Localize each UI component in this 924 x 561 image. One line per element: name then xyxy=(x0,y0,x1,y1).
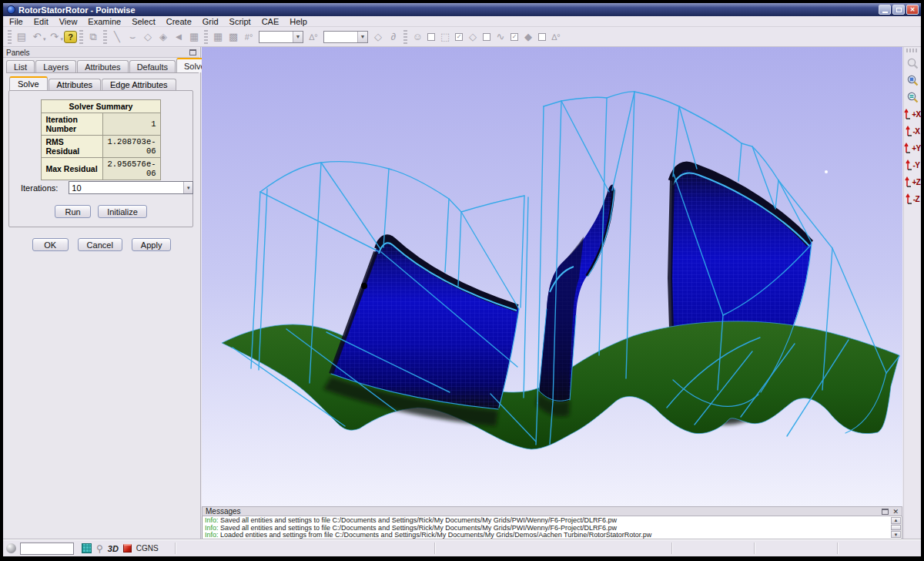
angle-icon[interactable]: ∆° xyxy=(306,29,321,45)
connector-wave-icon[interactable]: ∿ xyxy=(493,29,508,45)
dimension-icon[interactable]: #° xyxy=(241,29,256,45)
close-icon[interactable]: ✕ xyxy=(892,508,899,516)
view-minus-x-button[interactable]: -X xyxy=(904,123,921,139)
domain-icon[interactable]: ◇ xyxy=(465,29,480,45)
show-connectors-checkbox[interactable] xyxy=(483,33,490,41)
rms-residual-label: RMS Residual xyxy=(42,136,103,158)
toolbar-grip[interactable] xyxy=(79,30,83,44)
save-icon[interactable]: ▤ xyxy=(14,29,29,45)
zoom-out-icon[interactable] xyxy=(905,55,921,72)
show-blocks-checkbox[interactable] xyxy=(427,33,435,41)
domain-mesh-icon[interactable]: ◈ xyxy=(156,29,171,45)
shade-mask-icon[interactable]: ☺ xyxy=(410,29,425,45)
view-plus-x-button[interactable]: +X xyxy=(904,106,921,123)
connector-line-icon[interactable]: ╲ xyxy=(109,29,125,45)
status-entry-field[interactable] xyxy=(20,543,74,555)
menu-edit[interactable]: Edit xyxy=(34,17,49,26)
angle-combo[interactable]: ▼ xyxy=(323,31,368,43)
domain-icon[interactable]: ◇ xyxy=(140,29,156,45)
subtab-attributes[interactable]: Attributes xyxy=(49,79,101,90)
toolbar-grip[interactable] xyxy=(8,30,12,44)
view-plus-z-button[interactable]: +Z xyxy=(904,174,921,190)
redo-icon[interactable]: ↷ xyxy=(47,29,62,45)
tab-list[interactable]: List xyxy=(6,60,35,72)
minimize-button[interactable] xyxy=(879,5,891,15)
close-button[interactable]: ✕ xyxy=(906,5,919,15)
toolbar-grip[interactable] xyxy=(204,30,208,44)
scroll-down-icon[interactable]: ▼ xyxy=(891,531,901,538)
annotation-icon[interactable]: ∆° xyxy=(548,29,564,45)
float-panel-icon[interactable] xyxy=(189,49,196,55)
panels-caption[interactable]: Panels xyxy=(3,48,199,58)
menu-cae[interactable]: CAE xyxy=(262,17,280,26)
toolbar-grip[interactable] xyxy=(103,30,107,44)
view-minus-y-button[interactable]: -Y xyxy=(904,157,921,173)
menu-file[interactable]: File xyxy=(9,17,23,26)
scrollbar-thumb[interactable] xyxy=(891,525,901,530)
menu-examine[interactable]: Examine xyxy=(88,17,121,26)
messages-scrollbar[interactable]: ▲ ▼ xyxy=(891,517,901,538)
tab-layers[interactable]: Layers xyxy=(35,60,76,72)
block-solid-icon[interactable]: ⬚ xyxy=(437,29,453,45)
iterations-stepper[interactable]: ▾ xyxy=(69,181,193,194)
grid-mesh-icon[interactable]: ▩ xyxy=(226,29,241,45)
scroll-up-icon[interactable]: ▲ xyxy=(891,517,901,524)
viewport-canvas[interactable] xyxy=(202,47,902,506)
subtab-solve[interactable]: Solve xyxy=(9,76,48,90)
iterations-input[interactable] xyxy=(69,182,183,193)
grid-mode-icon[interactable] xyxy=(82,543,92,553)
chevron-down-icon[interactable]: ▼ xyxy=(293,32,303,42)
show-spacings-checkbox[interactable]: ✓ xyxy=(511,33,518,41)
view-minus-z-button[interactable]: -Z xyxy=(904,191,921,207)
domain-icon[interactable]: ◆ xyxy=(521,29,536,45)
view-plus-y-button[interactable]: +Y xyxy=(904,140,921,156)
undo-icon[interactable]: ↶ xyxy=(29,29,45,45)
angle-input[interactable] xyxy=(324,32,357,42)
cancel-button[interactable]: Cancel xyxy=(78,238,122,251)
help-icon[interactable]: ? xyxy=(64,31,77,43)
spinner-arrows-icon[interactable]: ▾ xyxy=(183,182,192,193)
domain-flat-icon[interactable]: ◇ xyxy=(370,29,386,45)
spacing-combo[interactable]: ▼ xyxy=(259,31,303,43)
run-button[interactable]: Run xyxy=(55,205,91,218)
layer-stack-icon[interactable]: ⧉ xyxy=(85,29,101,45)
status-separator xyxy=(671,543,673,554)
view-toolbar: +X -X +Y -Y +Z -Z xyxy=(903,47,921,539)
status-separator xyxy=(754,543,755,554)
grid-solid-icon[interactable]: ▦ xyxy=(210,29,226,45)
menu-select[interactable]: Select xyxy=(132,17,156,26)
menu-help[interactable]: Help xyxy=(290,17,307,26)
menu-bar: File Edit View Examine Select Create Gri… xyxy=(3,16,921,27)
spacing-input[interactable] xyxy=(259,32,293,42)
apply-button[interactable]: Apply xyxy=(132,238,172,251)
toolbar-grip[interactable] xyxy=(906,49,919,52)
messages-title-bar[interactable]: Messages ✕ xyxy=(202,506,902,516)
show-labels-checkbox[interactable] xyxy=(538,33,546,41)
tab-attributes[interactable]: Attributes xyxy=(77,60,128,72)
restore-button[interactable] xyxy=(892,5,905,15)
messages-log[interactable]: Info: Saved all entities and settings to… xyxy=(202,516,902,539)
block-icon[interactable]: ▦ xyxy=(186,29,202,45)
menu-grid[interactable]: Grid xyxy=(203,17,219,26)
toolbar-grip[interactable] xyxy=(403,30,407,44)
dimension-mode-label: 3D xyxy=(108,544,119,553)
menu-view[interactable]: View xyxy=(59,17,78,26)
subtab-edge-attributes[interactable]: Edge Attributes xyxy=(102,79,176,90)
show-domains-checkbox[interactable]: ✓ xyxy=(455,33,463,41)
panels-caption-label: Panels xyxy=(6,49,30,57)
zoom-equal-icon[interactable] xyxy=(905,89,921,106)
partial-derivative-icon[interactable]: ∂ xyxy=(386,29,401,45)
tab-defaults[interactable]: Defaults xyxy=(129,60,176,72)
connector-tool-icon[interactable]: ⚲ xyxy=(96,543,103,554)
connector-curve-icon[interactable]: ⌣ xyxy=(125,29,140,45)
menu-create[interactable]: Create xyxy=(166,17,192,26)
title-bar[interactable]: RotorStatorRotor - Pointwise ✕ xyxy=(3,3,921,16)
initialize-button[interactable]: Initialize xyxy=(98,205,147,218)
ok-button[interactable]: OK xyxy=(32,238,69,251)
viewport-3d[interactable] xyxy=(202,47,902,506)
zoom-extents-icon[interactable] xyxy=(905,72,921,89)
chevron-down-icon[interactable]: ▼ xyxy=(357,32,367,42)
float-panel-icon[interactable] xyxy=(882,509,889,515)
menu-script[interactable]: Script xyxy=(229,17,251,26)
trim-icon[interactable]: ◄ xyxy=(171,29,186,45)
